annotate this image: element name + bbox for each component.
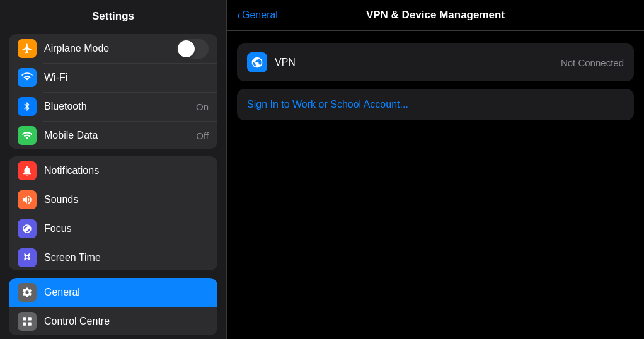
airplane-mode-label: Airplane Mode — [44, 43, 176, 54]
sign-in-label: Sign In to Work or School Account... — [247, 99, 408, 110]
vpn-label: VPN — [275, 57, 561, 68]
svg-rect-1 — [28, 317, 32, 320]
bluetooth-icon — [18, 97, 37, 116]
control-centre-icon — [18, 312, 37, 331]
svg-rect-3 — [28, 323, 32, 326]
mobile-data-value: Off — [196, 130, 209, 141]
vpn-status: Not Connected — [561, 57, 624, 68]
nav-header: ‹ General VPN & Device Management — [227, 0, 644, 31]
back-chevron-icon: ‹ — [237, 9, 241, 21]
back-label: General — [242, 9, 278, 21]
main-content: ‹ General VPN & Device Management VPN No… — [227, 0, 644, 339]
airplane-mode-toggle[interactable] — [176, 39, 209, 59]
vpn-card: VPN Not Connected — [237, 43, 634, 81]
sidebar-item-screen-time[interactable]: Screen Time — [9, 243, 217, 271]
notifications-icon — [18, 161, 37, 180]
general-label: General — [44, 287, 209, 298]
vpn-icon — [247, 52, 267, 72]
notifications-label: Notifications — [44, 165, 209, 176]
sidebar-title: Settings — [0, 0, 226, 30]
sounds-label: Sounds — [44, 194, 209, 205]
device-group: General Control Centre — [9, 278, 217, 335]
content-area: VPN Not Connected Sign In to Work or Sch… — [227, 31, 644, 339]
nav-title: VPN & Device Management — [366, 9, 505, 21]
sidebar-item-airplane-mode[interactable]: Airplane Mode — [9, 34, 217, 63]
sidebar-item-sounds[interactable]: Sounds — [9, 185, 217, 214]
bluetooth-value: On — [196, 101, 209, 112]
mobile-data-label: Mobile Data — [44, 130, 196, 141]
airplane-mode-icon — [18, 39, 37, 58]
wifi-icon — [18, 68, 37, 87]
mobile-data-icon — [18, 126, 37, 145]
screen-time-icon — [18, 248, 37, 267]
sidebar-item-wifi[interactable]: Wi-Fi — [9, 63, 217, 92]
general-icon — [18, 283, 37, 302]
sidebar-item-mobile-data[interactable]: Mobile Data Off — [9, 121, 217, 149]
sidebar-item-notifications[interactable]: Notifications — [9, 156, 217, 185]
wifi-label: Wi-Fi — [44, 72, 209, 83]
control-centre-label: Control Centre — [44, 316, 209, 327]
sign-in-card[interactable]: Sign In to Work or School Account... — [237, 89, 634, 120]
sidebar-item-control-centre[interactable]: Control Centre — [9, 307, 217, 335]
sounds-icon — [18, 190, 37, 209]
svg-rect-0 — [23, 317, 26, 320]
connectivity-group: Airplane Mode Wi-Fi Bluetooth On — [9, 34, 217, 149]
sidebar: Settings Airplane Mode Wi-Fi — [0, 0, 227, 339]
toggle-knob — [178, 40, 195, 57]
back-button[interactable]: ‹ General — [237, 9, 278, 21]
sidebar-item-focus[interactable]: Focus — [9, 214, 217, 243]
sidebar-item-general[interactable]: General — [9, 278, 217, 307]
bluetooth-label: Bluetooth — [44, 101, 196, 112]
svg-rect-2 — [23, 323, 26, 326]
vpn-item[interactable]: VPN Not Connected — [237, 43, 634, 81]
system-group: Notifications Sounds Focus — [9, 156, 217, 271]
focus-icon — [18, 219, 37, 238]
sidebar-item-bluetooth[interactable]: Bluetooth On — [9, 92, 217, 121]
focus-label: Focus — [44, 223, 209, 234]
screen-time-label: Screen Time — [44, 252, 209, 263]
